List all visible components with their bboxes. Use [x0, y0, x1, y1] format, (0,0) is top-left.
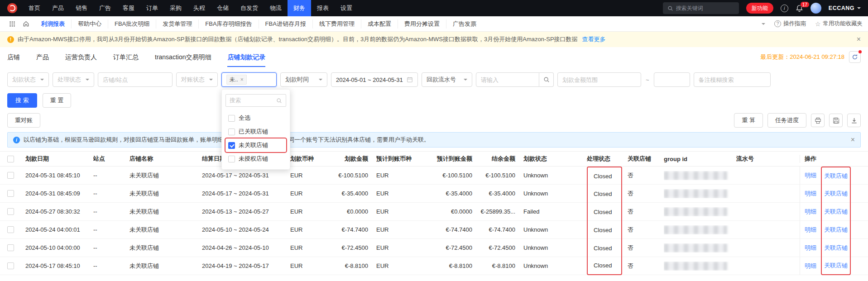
reconcile-status-select[interactable]: 对账状态 — [176, 72, 218, 87]
detail-link[interactable]: 明细 — [805, 262, 816, 270]
print-button[interactable] — [811, 114, 825, 127]
notifications-button[interactable]: 17 — [796, 5, 803, 12]
date-range-input[interactable]: 2024-05-01 ~ 2024-05-31 — [331, 72, 418, 87]
top-nav-item[interactable]: 销售 — [70, 0, 93, 16]
top-nav-item[interactable]: 头程 — [187, 0, 211, 16]
dropdown-option[interactable]: 未关联店铺 — [225, 138, 286, 152]
checkbox[interactable] — [228, 156, 235, 162]
remove-tag-icon[interactable]: × — [240, 76, 244, 83]
home-icon[interactable] — [19, 20, 33, 27]
top-nav-item[interactable]: 产品 — [46, 0, 70, 16]
save-button[interactable] — [829, 114, 843, 127]
brand-menu[interactable]: ECCANG — [829, 5, 861, 11]
rematch-button[interactable]: 重对账 — [7, 113, 40, 128]
top-nav-item[interactable]: 采购 — [164, 0, 187, 16]
app-logo-icon[interactable] — [7, 3, 17, 13]
top-nav-item[interactable]: 订单 — [140, 0, 164, 16]
row-checkbox[interactable] — [7, 226, 14, 233]
link-store-link[interactable]: 关联店铺 — [824, 208, 848, 216]
dropdown-option[interactable]: 已关联店铺 — [225, 125, 286, 138]
new-feature-button[interactable]: 新功能 — [746, 3, 773, 14]
quick-nav-tab[interactable]: 利润报表 — [35, 19, 71, 29]
page-tab[interactable]: 运营负责人 — [65, 47, 97, 67]
amount-range-min-input[interactable] — [557, 72, 641, 87]
export-button[interactable] — [847, 114, 861, 127]
quick-nav-tab[interactable]: 线下费用管理 — [312, 19, 361, 29]
column-header: 结余金额 — [480, 155, 523, 163]
quick-nav-tab[interactable]: FBA库存明细报告 — [198, 19, 258, 29]
top-nav-item[interactable]: 自发货 — [235, 0, 264, 16]
serial-type-select[interactable]: 回款流水号 — [422, 72, 472, 87]
row-checkbox[interactable] — [7, 190, 14, 197]
apps-grid-icon[interactable] — [5, 21, 19, 27]
top-nav-item[interactable]: 仓储 — [211, 0, 235, 16]
user-avatar[interactable] — [810, 3, 821, 14]
serial-search-button[interactable] — [539, 72, 554, 87]
detail-link[interactable]: 明细 — [805, 171, 816, 180]
link-store-link[interactable]: 关联店铺 — [824, 262, 848, 270]
global-search[interactable] — [663, 2, 739, 14]
page-tab[interactable]: 店铺划款记录 — [227, 47, 265, 67]
date-type-select[interactable]: 划款时间 — [280, 72, 327, 87]
see-more-link[interactable]: 查看更多 — [582, 35, 606, 43]
page-tab[interactable]: 订单汇总 — [113, 47, 139, 67]
store-multiselect[interactable]: 未.. × — [221, 72, 277, 87]
dropdown-option[interactable]: 全选 — [225, 111, 286, 125]
top-nav-item[interactable]: 广告 — [93, 0, 117, 16]
quick-nav-tab[interactable]: 发货单管理 — [156, 19, 198, 29]
favorites-link[interactable]: ☆ 常用功能收藏夹 — [815, 20, 863, 28]
checkbox[interactable] — [228, 115, 235, 122]
top-nav-item[interactable]: 首页 — [23, 0, 46, 16]
reset-button[interactable]: 重 置 — [43, 93, 72, 108]
top-nav-item[interactable]: 客服 — [117, 0, 140, 16]
row-checkbox[interactable] — [7, 208, 14, 215]
column-header: 预计到账金额 — [419, 155, 480, 163]
task-progress-button[interactable]: 任务进度 — [767, 113, 806, 128]
link-store-link[interactable]: 关联店铺 — [824, 226, 848, 234]
search-button[interactable]: 搜 索 — [7, 93, 37, 108]
top-nav-item[interactable]: 报表 — [311, 0, 335, 16]
checkbox[interactable] — [228, 142, 235, 149]
page-tab[interactable]: 产品 — [36, 47, 49, 67]
dropdown-search-input[interactable] — [230, 97, 270, 104]
refresh-button[interactable] — [849, 51, 861, 63]
amount-range-max-input[interactable] — [654, 72, 690, 87]
link-store-link[interactable]: 关联店铺 — [824, 244, 848, 252]
recalculate-button[interactable]: 重 算 — [734, 113, 763, 128]
page-tab[interactable]: 店铺 — [7, 47, 20, 67]
detail-link[interactable]: 明细 — [805, 208, 816, 216]
row-checkbox[interactable] — [7, 262, 14, 269]
global-search-input[interactable] — [676, 5, 730, 11]
info-icon[interactable]: i — [781, 5, 788, 12]
dropdown-option[interactable]: 未授权店铺 — [225, 152, 286, 166]
page-tab[interactable]: transaction交易明细 — [155, 47, 211, 67]
remark-search-input[interactable] — [694, 72, 771, 87]
quick-nav-tab[interactable]: 广告发票 — [446, 19, 483, 29]
top-nav-item[interactable]: 设置 — [335, 0, 358, 16]
guide-link[interactable]: ? 操作指南 — [774, 20, 806, 28]
checkbox[interactable] — [228, 129, 235, 135]
top-nav-item[interactable]: 财务 — [288, 0, 311, 16]
quick-nav-tab[interactable]: FBA进销存月报 — [259, 19, 312, 29]
quick-nav-tab[interactable]: 费用分摊设置 — [398, 19, 446, 29]
link-store-link[interactable]: 关联店铺 — [824, 190, 848, 198]
collapse-chevron-icon[interactable] — [762, 23, 765, 27]
row-checkbox[interactable] — [7, 172, 14, 179]
quick-nav-tab[interactable]: 帮助中心 — [71, 19, 108, 29]
serial-input[interactable] — [476, 72, 539, 87]
payment-status-select[interactable]: 划款状态 — [7, 72, 49, 87]
quick-nav-tab[interactable]: FBA批次明细 — [108, 19, 156, 29]
detail-link[interactable]: 明细 — [805, 226, 816, 234]
link-store-link[interactable]: 关联店铺 — [824, 172, 848, 180]
top-nav-item[interactable]: 物流 — [264, 0, 288, 16]
quick-nav-tab[interactable]: 成本配置 — [361, 19, 398, 29]
detail-link[interactable]: 明细 — [805, 244, 816, 252]
detail-link[interactable]: 明细 — [805, 190, 816, 198]
store-site-input[interactable] — [98, 72, 173, 87]
notice-close-icon[interactable]: × — [857, 36, 861, 43]
dropdown-search[interactable] — [225, 94, 286, 107]
process-status-select[interactable]: 处理状态 — [53, 72, 94, 87]
alert-close-icon[interactable]: × — [851, 136, 855, 143]
row-checkbox[interactable] — [7, 244, 14, 251]
select-all-checkbox[interactable] — [7, 156, 14, 162]
